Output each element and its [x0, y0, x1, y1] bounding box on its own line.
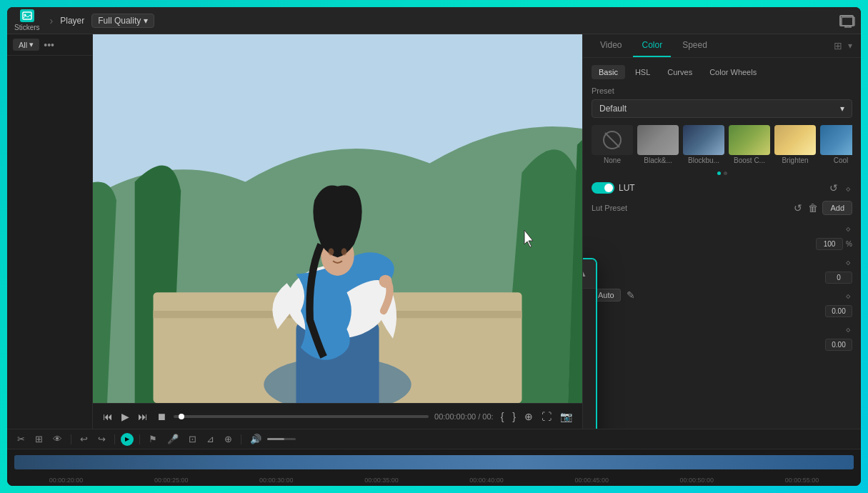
snap-button[interactable]: ⊡: [186, 432, 199, 446]
left-sidebar: All ▾ •••: [7, 34, 93, 429]
time-display: 00:00:00:00 / 00:: [434, 412, 494, 421]
video-frame: [93, 34, 582, 403]
eye-button[interactable]: 👁: [50, 432, 65, 446]
value2-input[interactable]: [825, 272, 852, 284]
more-options-button[interactable]: •••: [44, 39, 54, 51]
link-button[interactable]: ⊕: [221, 432, 235, 446]
progress-indicator: [179, 414, 184, 419]
preset-cool[interactable]: Cool: [820, 125, 852, 164]
lut-preset-delete-button[interactable]: 🗑: [807, 201, 819, 215]
step-back-button[interactable]: ⏮: [101, 409, 114, 424]
dot-indicator: [592, 171, 852, 175]
sub-tabs: Basic HSL Curves Color Wheels: [592, 65, 852, 79]
time-mark-6: 00:00:50:00: [645, 477, 749, 484]
playback-controls: ⏮ ▶ ⏭ ⏹ 00:00:00:00 / 00: { } ⊕ ⛶ 📷: [93, 403, 582, 429]
add-marker-button[interactable]: ⊕: [523, 409, 534, 424]
mic-button[interactable]: 🎤: [164, 432, 181, 446]
tab-video[interactable]: Video: [592, 34, 630, 57]
opacity-value-input[interactable]: [816, 238, 843, 250]
sub-tab-hsl[interactable]: HSL: [628, 65, 657, 79]
dropdown-item-nlog-cinematic[interactable]: NLog 709 Cinematic: [583, 403, 596, 426]
mark-out-button[interactable]: }: [511, 409, 517, 424]
preset-blockbu-label: Blockbu...: [688, 156, 719, 164]
progress-bar[interactable]: [174, 415, 429, 418]
lut-actions: ↺ ⬦: [828, 181, 852, 195]
dropdown-item-slog-cinematic[interactable]: SLog 709 Cinematic: [583, 357, 596, 380]
full-screen-button[interactable]: ⛶: [540, 409, 553, 424]
monitor-icon: [839, 15, 854, 26]
value4-reset-button[interactable]: ⬦: [844, 322, 852, 336]
lut-toggle-area: LUT: [592, 182, 635, 194]
time-mark-7: 00:00:55:00: [750, 477, 854, 484]
tab-color[interactable]: Color: [633, 34, 671, 57]
filter-bar: All ▾ •••: [7, 34, 92, 56]
time-mark-3: 00:00:35:00: [329, 477, 433, 484]
filter-all-dropdown[interactable]: All ▾: [13, 39, 39, 51]
dropdown-item-slog[interactable]: SLog 709 Style: [583, 334, 596, 357]
stickers-button[interactable]: Stickers: [14, 9, 40, 31]
sub-tab-basic[interactable]: Basic: [592, 65, 625, 79]
dual-screen-icon[interactable]: ⊞: [834, 40, 842, 51]
dropdown-item-gplog[interactable]: GPLog 709 Style: [583, 426, 596, 429]
value2-reset-button[interactable]: ⬦: [844, 254, 852, 269]
player-label: Player: [60, 16, 84, 26]
redo-button[interactable]: ↪: [95, 432, 109, 446]
svg-rect-0: [23, 12, 31, 19]
mark-in-button[interactable]: {: [499, 409, 506, 424]
time-markers: 00:00:20:00 00:00:25:00 00:00:30:00 00:0…: [7, 474, 861, 486]
dropdown-item-none[interactable]: None: [583, 289, 596, 312]
value-row-2b: [592, 272, 852, 284]
preset-section-label: Preset: [592, 86, 852, 95]
value3-input[interactable]: [825, 305, 852, 317]
auto-reset-button[interactable]: ⬦: [844, 288, 852, 302]
magnet-button[interactable]: ⊿: [204, 432, 217, 446]
volume-button[interactable]: 🔊: [247, 432, 264, 446]
panel-content: Basic HSL Curves Color Wheels Preset Def…: [583, 58, 861, 429]
quality-select[interactable]: Full Quality ▾: [91, 14, 154, 28]
dropdown-item-nlog[interactable]: NLog 709 Style: [583, 380, 596, 403]
opacity-reset-button[interactable]: ⬦: [844, 221, 852, 235]
lut-reset-button[interactable]: ↺: [828, 181, 839, 195]
timeline-track-1[interactable]: [14, 455, 854, 469]
auto-color-pick[interactable]: ✎: [625, 288, 637, 302]
preset-thumbnails: None Black&... Blockbu... Boost C...: [592, 125, 852, 167]
preset-boostc[interactable]: Boost C...: [729, 125, 770, 164]
stop-button[interactable]: ⏹: [155, 409, 168, 424]
flag-button[interactable]: ⚑: [146, 432, 160, 446]
lut-preset-label: Lut Preset: [592, 204, 627, 212]
lut-toggle-switch[interactable]: [592, 182, 614, 194]
add-lut-button[interactable]: Add: [822, 201, 852, 215]
sub-tab-color-wheels[interactable]: Color Wheels: [702, 65, 764, 79]
preset-bw-thumb: [637, 125, 679, 155]
preset-dropdown[interactable]: Default ▾: [592, 99, 852, 118]
tab-speed[interactable]: Speed: [674, 34, 716, 57]
undo-button[interactable]: ↩: [77, 432, 91, 446]
lut-preset-reset-button[interactable]: ↺: [792, 201, 804, 215]
lut-preset-row: Lut Preset ↺ 🗑 Add: [592, 201, 852, 215]
value-row-3: [592, 305, 852, 317]
preset-none[interactable]: None: [592, 125, 633, 164]
screenshot-button[interactable]: 📷: [559, 409, 574, 424]
play-button[interactable]: ▶: [120, 409, 131, 424]
percent-label: %: [846, 240, 852, 248]
time-mark-2: 00:00:30:00: [224, 477, 328, 484]
panel-tabs: Video Color Speed ⊞ ▾: [583, 34, 861, 58]
dropdown-item-vlog[interactable]: VLog 709 Style: [583, 312, 596, 334]
preset-brighten[interactable]: Brighten: [774, 125, 816, 164]
preset-blockbu[interactable]: Blockbu...: [683, 125, 724, 164]
preset-blackwhite[interactable]: Black&...: [637, 125, 679, 164]
dropdown-header: DLog 709 Style ● ▲: [583, 259, 596, 289]
play-green-button[interactable]: ▶: [121, 433, 134, 446]
lut-settings-button[interactable]: ⬦: [844, 181, 852, 195]
preset-none-thumb: [592, 125, 633, 155]
scissors-button[interactable]: ✂: [14, 432, 28, 446]
preset-cool-thumb: [820, 125, 852, 155]
crop-button[interactable]: ⊞: [32, 432, 46, 446]
sub-tab-curves[interactable]: Curves: [660, 65, 699, 79]
chevron-down-icon: ▾: [840, 104, 844, 114]
volume-bar[interactable]: [267, 438, 296, 440]
lut-label: LUT: [619, 183, 635, 193]
dot-1: [717, 171, 721, 175]
step-forward-button[interactable]: ⏭: [136, 409, 149, 424]
value4-input[interactable]: [825, 339, 852, 351]
